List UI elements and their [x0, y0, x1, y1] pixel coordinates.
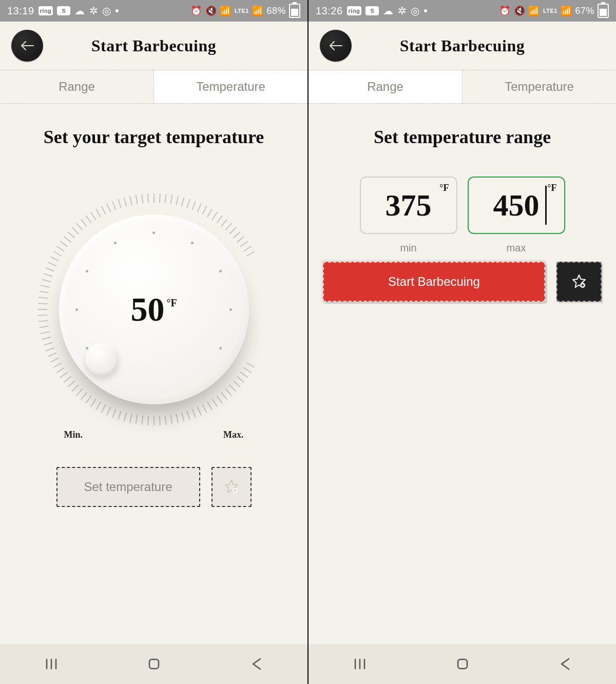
range-inputs: 375 °F min 450 °F max: [322, 177, 603, 254]
favorite-button[interactable]: [556, 262, 602, 302]
status-time: 13:19: [7, 5, 34, 17]
dial-min-label: Min.: [64, 429, 83, 440]
start-barbecuing-button[interactable]: Start Barbecuing: [323, 262, 545, 302]
signal-icon: 📶: [561, 5, 572, 16]
sync-icon: ✲: [89, 5, 99, 17]
temperature-dial[interactable]: 50°F Min. Max.: [33, 189, 275, 430]
phone-left: 13:19 ring S ☁ ✲ ◎ ⏰ 🔇 📶 LTE1 📶 68%: [0, 0, 307, 684]
tab-temperature[interactable]: Temperature: [154, 70, 307, 103]
cloud-icon: ☁: [74, 5, 85, 17]
tabs: Range Temperature: [0, 70, 307, 104]
back-button[interactable]: [320, 30, 352, 62]
page-title: Start Barbecuing: [91, 36, 217, 55]
content-area: Set temperature range 375 °F min 450 °F: [309, 104, 616, 254]
more-notifications-icon: [424, 9, 427, 12]
svg-rect-3: [458, 659, 467, 669]
page-heading: Set your target temperature: [13, 126, 294, 148]
status-lte: LTE1: [235, 8, 249, 14]
tab-range[interactable]: Range: [0, 70, 154, 103]
status-bar: 13:19 ring S ☁ ✲ ◎ ⏰ 🔇 📶 LTE1 📶 68%: [0, 0, 307, 22]
tabs: Range Temperature: [309, 70, 616, 104]
min-temp-input[interactable]: 375 °F: [360, 177, 457, 234]
action-row: Start Barbecuing: [309, 262, 616, 302]
page-heading: Set temperature range: [322, 126, 603, 148]
content-area: Set your target temperature 50°F Min. Ma…: [0, 104, 307, 430]
star-add-icon: [571, 274, 587, 289]
alarm-set-icon: ◎: [102, 5, 111, 17]
android-navbar: [309, 644, 616, 684]
star-add-icon: [224, 479, 239, 495]
signal-icon: 📶: [252, 5, 264, 16]
status-time: 13:26: [316, 5, 343, 17]
back-arrow-icon: [21, 41, 34, 51]
set-temperature-button[interactable]: Set temperature: [56, 467, 200, 507]
nav-back-icon[interactable]: [250, 657, 263, 671]
wifi-icon: 📶: [220, 5, 232, 16]
nav-home-icon[interactable]: [455, 657, 470, 671]
page-title: Start Barbecuing: [400, 36, 525, 55]
mute-icon: 🔇: [205, 5, 217, 16]
cloud-icon: ☁: [383, 5, 394, 17]
wifi-icon: 📶: [528, 5, 540, 16]
back-button[interactable]: [11, 30, 43, 62]
max-label: max: [507, 242, 526, 254]
status-lte: LTE1: [543, 8, 557, 14]
nav-recents-icon[interactable]: [353, 657, 367, 671]
status-badge-app2: S: [57, 6, 70, 15]
phone-right: 13:26 ring S ☁ ✲ ◎ ⏰ 🔇 📶 LTE1 📶 67%: [309, 0, 616, 684]
alarm-set-icon: ◎: [411, 5, 420, 17]
alarm-icon: ⏰: [190, 5, 202, 16]
tab-temperature[interactable]: Temperature: [463, 70, 616, 103]
nav-recents-icon[interactable]: [44, 657, 59, 671]
status-bar: 13:26 ring S ☁ ✲ ◎ ⏰ 🔇 📶 LTE1 📶 67%: [309, 0, 616, 22]
status-battery-pct: 67%: [575, 6, 594, 16]
nav-back-icon[interactable]: [559, 657, 572, 671]
alarm-icon: ⏰: [499, 5, 511, 16]
status-badge-app1: ring: [347, 6, 362, 15]
android-navbar: [0, 644, 307, 684]
sync-icon: ✲: [398, 5, 407, 17]
status-badge-app1: ring: [38, 6, 53, 15]
action-row: Set temperature: [0, 467, 307, 507]
mute-icon: 🔇: [514, 5, 526, 16]
status-badge-app2: S: [365, 6, 379, 15]
status-battery-pct: 68%: [266, 6, 286, 16]
battery-icon: [289, 4, 300, 18]
more-notifications-icon: [116, 9, 119, 12]
favorite-button[interactable]: [211, 467, 252, 507]
app-header: Start Barbecuing: [0, 22, 307, 70]
dial-max-label: Max.: [223, 429, 244, 440]
back-arrow-icon: [329, 41, 342, 51]
app-header: Start Barbecuing: [309, 22, 616, 70]
tab-range[interactable]: Range: [309, 70, 463, 103]
dial-value: 50°F: [59, 290, 249, 329]
nav-home-icon[interactable]: [147, 657, 161, 671]
dial-knob-handle[interactable]: [86, 343, 119, 376]
min-label: min: [400, 242, 416, 254]
max-temp-input[interactable]: 450 °F: [468, 177, 565, 234]
svg-rect-1: [149, 659, 159, 669]
battery-icon: [598, 4, 609, 18]
